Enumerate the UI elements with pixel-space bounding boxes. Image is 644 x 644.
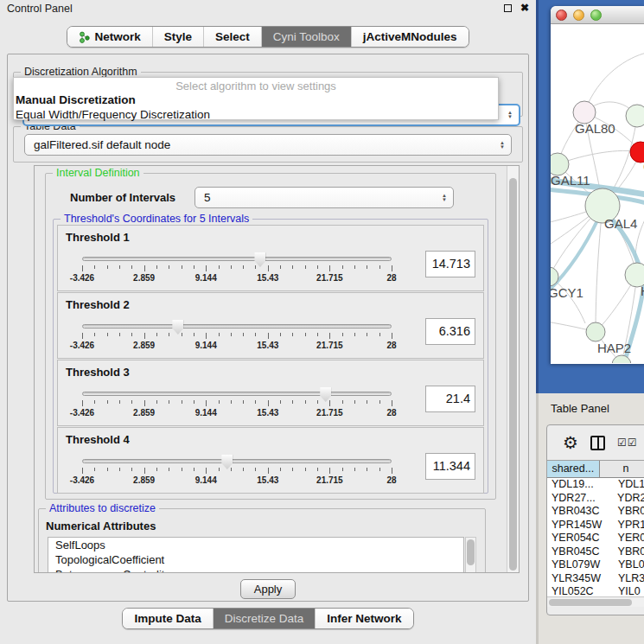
tick-label: 2.859 [133,273,155,283]
slider-ticks [82,333,392,340]
column-header-shared[interactable]: shared... [547,461,600,478]
table-horizontal-scrollbar[interactable] [547,596,644,607]
tab-infer-network[interactable]: Infer Network [316,609,412,628]
window-zoom-icon[interactable] [590,10,602,21]
tab-label: Discretize Data [225,612,304,625]
threshold-panel-1: Threshold 1-3.4262.8599.14415.4321.71528… [57,225,484,291]
cell-shared-name[interactable]: YDR27... [547,492,612,506]
table-row[interactable]: YER054CYER0 [547,532,644,545]
cell-name[interactable]: YBR0 [613,545,644,559]
threshold-slider[interactable]: -3.4262.8599.14415.4321.71528 [82,324,392,351]
tab-label: Select [215,30,250,43]
network-node-hap2[interactable] [586,322,605,341]
attributes-scrollbar[interactable] [465,537,476,573]
cell-name[interactable]: YLR3 [613,572,644,586]
table-hscroll-thumb[interactable] [549,599,632,606]
threshold-value-field[interactable]: 21.4 [425,386,475,412]
attribute-list-item[interactable]: TopologicalCoefficient [48,552,463,567]
settings-vertical-scrollbar[interactable] [507,166,519,572]
cell-shared-name[interactable]: YIL052C [547,585,613,596]
threshold-slider[interactable]: -3.4262.8599.14415.4321.71528 [82,459,392,486]
algorithm-option-equal-width[interactable]: Equal Width/Frequency Discretization [14,107,498,122]
cell-shared-name[interactable]: YBR043C [547,505,613,519]
cyni-toolbox-panel: Discretization Algorithm ▲▼ Select algor… [7,54,529,602]
attribute-list-item[interactable]: BetweennessCentrality [48,567,463,573]
cell-shared-name[interactable]: YDL19... [547,478,613,492]
tab-cyni-toolbox[interactable]: Cyni Toolbox [262,27,352,47]
combo-spinner-icon: ▲▼ [507,111,513,119]
network-canvas[interactable]: GAL80GACGAL11GAL4GCY1HHAP2 [551,24,644,363]
cell-shared-name[interactable]: YLR345W [547,572,613,586]
tab-label: Impute Data [134,612,201,625]
algorithm-option-manual[interactable]: Manual Discretization [14,92,498,107]
cell-shared-name[interactable]: YBL079W [547,558,613,572]
threshold-label: Threshold 2 [66,298,130,311]
attributes-scrollbar-thumb[interactable] [467,539,475,565]
slider-track[interactable] [82,459,392,463]
window-close-icon[interactable] [556,10,567,21]
cell-shared-name[interactable]: YBR045C [547,545,613,559]
network-node-c[interactable] [630,142,644,163]
checkbox-icons[interactable]: ☑☑ [617,437,638,449]
window-minimize-icon[interactable] [573,10,584,21]
attribute-list-item[interactable]: SelfLoops [48,538,463,552]
cell-name[interactable]: YPR1 [613,519,644,532]
columns-icon[interactable] [590,436,605,450]
settings-scrollbar-thumb[interactable] [509,178,517,571]
threshold-value-field[interactable]: 6.316 [425,318,475,345]
cell-name[interactable]: YBL0 [613,558,644,572]
cell-name[interactable]: YDL1 [613,478,644,492]
numerical-attributes-list[interactable]: SelfLoopsTopologicalCoefficientBetweenne… [48,537,464,573]
table-row[interactable]: YIL052CYIL0 [547,585,644,596]
close-icon[interactable]: ✖ [520,4,529,12]
threshold-label: Threshold 4 [66,433,130,446]
slider-ticks [82,468,392,475]
cell-shared-name[interactable]: YER054C [547,532,613,545]
table-row[interactable]: YPR145WYPR1 [547,519,644,532]
threshold-slider[interactable]: -3.4262.8599.14415.4321.71528 [82,392,392,418]
number-of-intervals-combobox[interactable]: 5 ▲▼ [194,187,454,208]
slider-track[interactable] [82,392,392,396]
slider-ticks [82,265,392,272]
cell-shared-name[interactable]: YPR145W [547,519,613,532]
column-header-name[interactable]: n [600,461,644,478]
slider-track[interactable] [82,257,392,261]
network-window[interactable]: GAL80GACGAL11GAL4GCY1HHAP2 [551,6,644,364]
table-header-row: shared... n [547,461,644,478]
thresholds-group: Threshold's Coordinates for 5 Intervals … [53,219,488,494]
threshold-label: Threshold 3 [66,366,130,379]
network-node-ga[interactable] [626,105,644,127]
tab-label: Network [94,30,140,43]
cell-name[interactable]: YDR2 [612,492,644,506]
number-of-intervals-value: 5 [204,191,211,204]
table-data-combobox[interactable]: galFiltered.sif default node ▲▼ [24,134,512,156]
table-row[interactable]: YLR345WYLR3 [547,572,644,586]
threshold-value-field[interactable]: 14.713 [425,251,475,277]
table-row[interactable]: YBL079WYBL0 [547,558,644,572]
attributes-group-title: Attributes to discretize [46,502,159,514]
tab-style[interactable]: Style [153,27,204,47]
node-attribute-table[interactable]: shared... n YDL19...YDL1YDR27...YDR2YBR0… [547,460,644,596]
table-row[interactable]: YDR27...YDR2 [547,492,644,506]
tab-discretize-data[interactable]: Discretize Data [214,609,316,628]
cell-name[interactable]: YBR0 [613,505,644,519]
slider-track[interactable] [82,324,392,328]
tab-select[interactable]: Select [204,27,262,47]
threshold-slider[interactable]: -3.4262.8599.14415.4321.71528 [82,257,392,284]
tick-label: 21.715 [316,273,343,283]
cell-name[interactable]: YER0 [613,532,644,545]
algorithm-dropdown-popup: Select algorithm to view settings Manual… [13,77,499,120]
threshold-value-field[interactable]: 11.344 [425,453,475,480]
threshold-panel-3: Threshold 3-3.4262.8599.14415.4321.71528… [57,360,484,426]
table-row[interactable]: YBR043CYBR0 [547,505,644,519]
gear-icon[interactable]: ⚙ [563,434,578,451]
tab-network[interactable]: Network [67,27,152,47]
cell-name[interactable]: YIL0 [613,585,641,596]
table-row[interactable]: YDL19...YDL1 [547,478,644,492]
tab-jactivemnodules[interactable]: jActiveMNodules [352,27,469,47]
float-icon[interactable] [504,4,512,12]
tick-label: -3.426 [70,273,94,283]
tab-impute-data[interactable]: Impute Data [123,609,213,628]
table-row[interactable]: YBR045CYBR0 [547,545,644,559]
apply-button[interactable]: Apply [240,579,296,599]
